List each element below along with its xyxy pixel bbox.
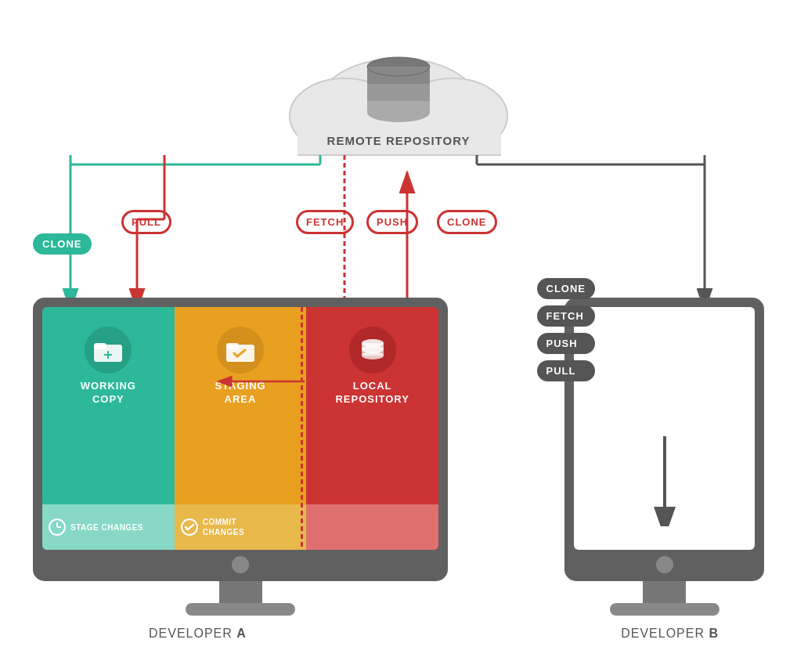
fetch-dashed-line xyxy=(301,307,303,550)
section-local: LOCAL REPOSITORY xyxy=(306,307,438,550)
monitor-a-button xyxy=(232,556,249,573)
working-copy-title: WORKING COPY xyxy=(81,380,136,406)
svg-point-11 xyxy=(367,74,430,93)
svg-rect-32 xyxy=(94,343,106,349)
svg-rect-12 xyxy=(367,84,430,101)
section-staging: STAGING AREA COMMIT CHANGES xyxy=(175,307,307,550)
working-copy-icon xyxy=(85,327,132,374)
remote-label: REMOTE REPOSITORY xyxy=(327,134,471,147)
monitor-b-button xyxy=(656,556,673,573)
btn-clone: CLONE xyxy=(537,278,596,299)
local-bottom-strip xyxy=(306,504,438,550)
svg-point-5 xyxy=(290,78,399,154)
svg-point-4 xyxy=(320,59,477,145)
clone-badge-center-label: CLONE xyxy=(447,216,487,228)
clone-badge-left: CLONE xyxy=(33,233,92,255)
svg-rect-39 xyxy=(226,343,239,349)
developer-b-label: DEVELOPER B xyxy=(621,627,719,641)
clone-badge-center: CLONE xyxy=(437,210,497,234)
pull-badge-label: PULL xyxy=(132,216,161,228)
local-repo-icon xyxy=(349,327,396,374)
fetch-arrow-inner xyxy=(215,370,308,393)
local-repo-title: LOCAL REPOSITORY xyxy=(335,380,409,406)
svg-point-6 xyxy=(398,78,507,154)
developer-b-buttons: CLONE FETCH PUSH PULL xyxy=(537,278,596,381)
push-badge-label: PUSH xyxy=(377,216,408,228)
svg-point-16 xyxy=(367,57,430,76)
btn-fetch: FETCH xyxy=(537,305,596,327)
staging-area-icon xyxy=(217,327,264,374)
down-arrow-b xyxy=(645,432,684,526)
svg-rect-10 xyxy=(367,67,430,84)
commit-changes-label: COMMIT CHANGES xyxy=(203,517,245,537)
push-badge: PUSH xyxy=(366,210,418,234)
fetch-badge-label: FETCH xyxy=(306,216,344,228)
diagram-container: REMOTE REPOSITORY CLONE PULL xyxy=(0,0,797,672)
monitor-b-screen xyxy=(574,307,755,550)
btn-push: PUSH xyxy=(537,333,596,354)
commit-changes-strip: COMMIT CHANGES xyxy=(175,504,307,550)
developer-a-label: DEVELOPER A xyxy=(149,627,247,641)
stage-changes-label: STAGE CHANGES xyxy=(70,522,143,533)
svg-point-9 xyxy=(367,57,430,76)
section-working: WORKING COPY STAGE CHANGES xyxy=(42,307,175,550)
fetch-badge: FETCH xyxy=(296,210,354,234)
svg-rect-7 xyxy=(298,116,501,155)
stage-changes-strip: STAGE CHANGES xyxy=(42,504,175,550)
svg-point-13 xyxy=(367,92,430,110)
svg-point-45 xyxy=(362,352,384,359)
svg-rect-14 xyxy=(367,101,430,113)
monitor-a: WORKING COPY STAGE CHANGES xyxy=(33,298,448,616)
svg-point-15 xyxy=(367,103,430,122)
btn-pull: PULL xyxy=(537,360,596,381)
pull-badge: PULL xyxy=(121,210,171,234)
clone-badge-left-label: CLONE xyxy=(42,238,82,250)
